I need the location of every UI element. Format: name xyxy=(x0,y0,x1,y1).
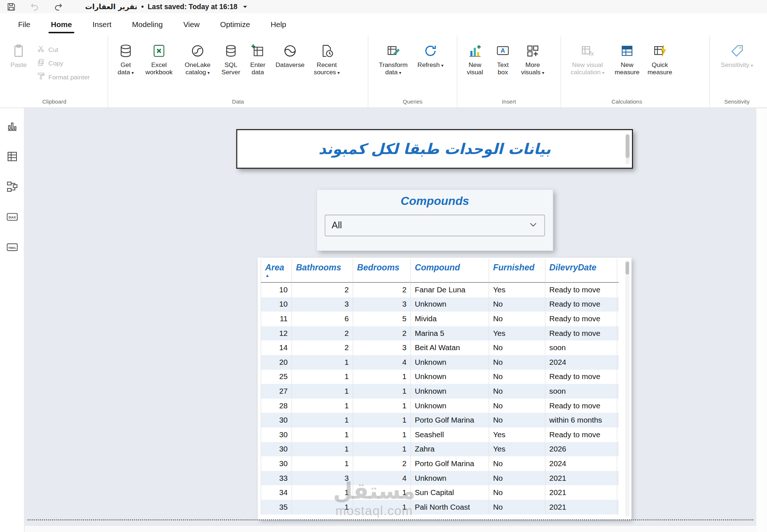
fx-icon: fx xyxy=(580,42,595,60)
table-row[interactable]: 14 2 3 Beit Al Watan No soon xyxy=(261,341,618,355)
refresh-button[interactable]: Refresh▾ xyxy=(416,39,445,70)
format-painter-icon xyxy=(37,72,45,82)
cell-bedrooms: 4 xyxy=(353,471,411,486)
cell-bathrooms: 1 xyxy=(292,442,353,457)
cell-delivery-date: Ready to move xyxy=(545,326,617,341)
table-row[interactable]: 12 2 2 Marina 5 Yes Ready to move xyxy=(261,326,618,341)
tab-help[interactable]: Help xyxy=(260,13,296,35)
title-caret-down-icon[interactable] xyxy=(242,4,248,10)
cell-delivery-date: Ready to move xyxy=(545,370,617,384)
table-scrollbar-thumb[interactable] xyxy=(626,262,629,274)
title-scrollbar-thumb[interactable] xyxy=(626,135,630,158)
cell-compound: Mivida xyxy=(411,312,489,326)
compounds-slicer[interactable]: Compounds All xyxy=(317,189,553,251)
paste-button[interactable]: Paste xyxy=(5,39,32,70)
column-header-area[interactable]: Area ▲ xyxy=(261,259,292,282)
quick-measure-button[interactable]: Quick measure xyxy=(644,39,676,77)
table-row[interactable]: 10 2 2 Fanar De Luna Yes Ready to move xyxy=(261,283,618,297)
table-row[interactable]: 30 1 2 Porto Golf Marina No 2024 xyxy=(261,456,618,471)
cell-compound: Marina 5 xyxy=(411,326,489,341)
ribbon-group-insert: New visual A Text box xyxy=(457,36,560,108)
table-row[interactable]: 10 3 3 Unknown No Ready to move xyxy=(261,297,618,312)
cell-compound: Porto Golf Marina xyxy=(411,456,489,471)
cut-button[interactable]: Cut xyxy=(37,45,90,55)
table-view-icon[interactable] xyxy=(5,150,18,163)
group-label-insert: Insert xyxy=(461,97,557,107)
cell-bedrooms: 1 xyxy=(353,370,411,384)
text-box-label: Text box xyxy=(497,61,509,76)
cell-compound: Unknown xyxy=(411,355,489,370)
transform-data-button[interactable]: Transform data▾ xyxy=(372,39,414,77)
cell-bedrooms: 1 xyxy=(353,398,411,413)
table-row[interactable]: 30 1 1 Porto Golf Marina No within 6 mon… xyxy=(261,413,618,428)
cell-bathrooms: 1 xyxy=(292,398,353,413)
tmdl-view-icon[interactable]: TMDL xyxy=(5,241,18,254)
new-visual-calculation-button[interactable]: fx New visual calculation▾ xyxy=(565,39,610,77)
table-row[interactable]: 25 1 1 Unknown No Ready to move xyxy=(261,370,618,384)
database-icon xyxy=(118,42,133,60)
table-row[interactable]: 28 1 1 Unknown No Ready to move xyxy=(261,398,618,413)
column-header-bedrooms[interactable]: Bedrooms xyxy=(353,259,411,282)
dataverse-button[interactable]: Dataverse xyxy=(272,39,308,70)
cell-delivery-date: soon xyxy=(545,341,617,355)
copy-button[interactable]: Copy xyxy=(37,58,90,68)
column-header-compound[interactable]: Compound xyxy=(411,259,489,282)
dataverse-label: Dataverse xyxy=(276,61,304,68)
report-title-textbox[interactable]: بيانات الوحدات طبقا لكل كمبوند xyxy=(236,129,633,169)
column-header-delivery-date[interactable]: DilevryDate xyxy=(545,259,617,282)
table-row[interactable]: 27 1 1 Unknown No soon xyxy=(261,384,618,399)
table-body: 10 2 2 Fanar De Luna Yes Ready to move 1… xyxy=(261,283,618,514)
recent-sources-button[interactable]: Recent sources▾ xyxy=(310,39,344,77)
ribbon-group-data: Get data▾ Excel workbook xyxy=(108,36,368,108)
new-visual-button[interactable]: New visual xyxy=(461,39,489,77)
cell-bathrooms: 1 xyxy=(292,370,353,384)
cell-area: 30 xyxy=(261,456,292,471)
cell-bedrooms: 2 xyxy=(353,456,411,471)
slicer-dropdown[interactable]: All xyxy=(325,215,545,236)
table-row[interactable]: 11 6 5 Mivida No Ready to move xyxy=(261,312,618,326)
tab-insert[interactable]: Insert xyxy=(82,13,122,35)
column-header-bathrooms[interactable]: Bathrooms xyxy=(292,259,353,282)
redo-icon[interactable] xyxy=(53,1,63,12)
get-data-button[interactable]: Get data▾ xyxy=(112,39,139,77)
cell-delivery-date: Ready to move xyxy=(545,283,617,297)
tab-home[interactable]: Home xyxy=(41,13,82,35)
format-painter-button[interactable]: Format painter xyxy=(37,72,90,82)
table-header: Area ▲ Bathrooms Bedrooms Compound xyxy=(261,259,618,282)
report-view-icon[interactable] xyxy=(5,120,18,132)
cell-area: 33 xyxy=(261,471,292,486)
column-header-furnished[interactable]: Furnished xyxy=(489,259,546,282)
tab-modeling[interactable]: Modeling xyxy=(122,13,173,35)
title-scrollbar[interactable] xyxy=(626,134,630,164)
table-row[interactable]: 34 1 1 Sun Capital No 2021 xyxy=(261,485,618,500)
slicer-title: Compounds xyxy=(317,194,553,208)
report-canvas[interactable]: بيانات الوحدات طبقا لكل كمبوند Compounds… xyxy=(25,108,767,532)
undo-icon xyxy=(29,1,40,12)
cell-bedrooms: 2 xyxy=(353,326,411,341)
save-icon[interactable] xyxy=(6,1,16,12)
tab-file[interactable]: File xyxy=(8,13,41,35)
table-row[interactable]: 33 3 4 Unknown No 2021 xyxy=(261,471,618,486)
excel-workbook-button[interactable]: Excel workbook xyxy=(141,39,177,77)
text-box-button[interactable]: A Text box xyxy=(490,39,516,77)
enter-data-button[interactable]: Enter data xyxy=(245,39,271,77)
units-table-visual[interactable]: Area ▲ Bathrooms Bedrooms Compound xyxy=(258,258,631,520)
collapsed-panes-rail[interactable] xyxy=(756,108,767,532)
table-row[interactable]: 20 1 4 Unknown No 2024 xyxy=(261,355,618,370)
cell-area: 30 xyxy=(261,442,292,457)
more-visuals-button[interactable]: More visuals▾ xyxy=(517,39,549,77)
header-label-delivery-date: DilevryDate xyxy=(549,263,596,273)
sensitivity-button[interactable]: Sensitivity▾ xyxy=(718,39,756,70)
sql-server-button[interactable]: SQL Server xyxy=(218,39,244,77)
table-scrollbar[interactable] xyxy=(625,261,629,517)
table-row[interactable]: 30 1 1 Seashell Yes Ready to move xyxy=(261,427,618,442)
new-measure-button[interactable]: New measure xyxy=(611,39,643,77)
dax-query-view-icon[interactable]: DAX xyxy=(5,211,18,224)
tab-view[interactable]: View xyxy=(173,13,210,35)
tab-optimize[interactable]: Optimize xyxy=(210,13,261,35)
model-view-icon[interactable] xyxy=(5,180,18,193)
table-row[interactable]: 30 1 1 Zahra Yes 2026 xyxy=(261,442,618,457)
ribbon-group-calculations: fx New visual calculation▾ New measure xyxy=(561,36,693,108)
table-row[interactable]: 35 1 1 Pali North Coast No 2021 xyxy=(261,500,618,514)
onelake-catalog-button[interactable]: OneLake catalog▾ xyxy=(179,39,217,77)
